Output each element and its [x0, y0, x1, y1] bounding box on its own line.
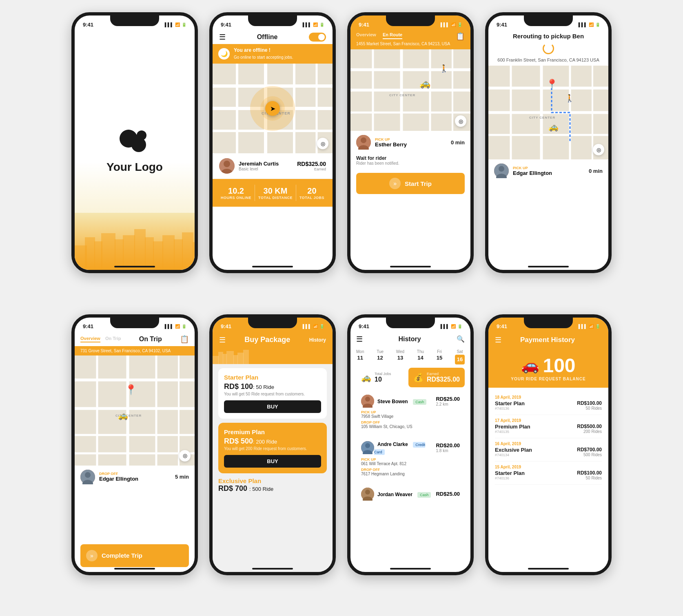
locate-btn[interactable]: ◎	[317, 138, 328, 149]
offline-map: CITY CENTER ➤ ◎	[213, 64, 333, 153]
home-indicator-8	[528, 568, 569, 570]
cal-wed[interactable]: Wed 13	[396, 349, 404, 364]
svg-rect-16	[193, 242, 195, 270]
avatar-0	[361, 395, 374, 408]
premium-buy-btn[interactable]: BUY	[224, 455, 321, 468]
chevron-icon: »	[389, 178, 401, 189]
tab-overview[interactable]: Overview	[356, 32, 376, 39]
city-skyline	[75, 213, 195, 270]
svg-text:CITY CENTER: CITY CENTER	[389, 93, 415, 97]
rider-name: Esther Berry	[375, 141, 407, 148]
svg-rect-5	[85, 237, 95, 270]
time-5: 9:41	[83, 323, 93, 329]
starter-buy-btn[interactable]: BUY	[224, 400, 321, 413]
phone-offline: 9:41 ▌▌▌ 📶 🔋 ☰ Offline 🌙 You are	[209, 12, 336, 273]
on-trip-header: Overview On Trip On Trip 📋	[75, 332, 195, 346]
cal-mon[interactable]: Mon 11	[356, 349, 364, 364]
stats-bar: 10.2 HOURS ONLINE 30 KM TOTAL DISTANCE 2…	[213, 179, 333, 207]
on-trip-map: CITY CENTER 📍 🚕 ◎	[75, 355, 195, 466]
en-route-tabs: Overview En Route	[356, 32, 402, 39]
time-4: 9:41	[497, 22, 507, 28]
locate-btn-4[interactable]: ◎	[593, 144, 604, 155]
offline-icon: 🌙	[218, 48, 230, 60]
hamburger-7[interactable]: ☰	[356, 335, 363, 344]
notch-5	[110, 318, 159, 328]
complete-trip-button[interactable]: » Complete Trip	[80, 544, 189, 567]
rider-avatar-4	[494, 163, 509, 178]
stat-hours: 10.2	[221, 186, 251, 196]
cal-thu[interactable]: Thu 14	[417, 349, 424, 364]
svg-rect-71	[223, 354, 227, 364]
svg-point-83	[365, 490, 370, 495]
time-7: 9:41	[359, 323, 369, 329]
pickup-label: PICK UP	[375, 137, 407, 141]
logo-icon	[116, 126, 153, 155]
svg-point-77	[365, 397, 370, 402]
on-trip-title: On Trip	[139, 336, 162, 343]
time-2: 9:41	[221, 22, 231, 28]
time-3: 9:41	[359, 22, 369, 28]
payment-list: 18 April, 2019 Starter Plan #740136 RD$1…	[488, 388, 608, 572]
svg-point-66	[85, 472, 91, 478]
payment-item-3: 15 April, 2019 Starter Plan #740136 RD$1…	[495, 461, 602, 485]
driver-avatar	[219, 158, 235, 174]
driver-info-card: Jeremiah Curtis Basic level RD$325.00 Ea…	[213, 153, 333, 179]
rider-avatar	[356, 135, 371, 150]
svg-rect-7	[101, 233, 115, 270]
home-indicator-2	[252, 266, 293, 267]
stat-distance-label: TOTAL DISTANCE	[258, 196, 293, 200]
svg-point-53	[499, 166, 504, 172]
starter-plan-card: Starter Plan RD$ 100: 50 Ride You will g…	[218, 368, 327, 419]
start-trip-button[interactable]: » Start Trip	[356, 173, 465, 194]
online-toggle[interactable]	[309, 33, 326, 42]
driver-level: Basic level	[239, 167, 297, 171]
history-link[interactable]: History	[309, 337, 326, 343]
earning-label: Earned	[297, 167, 326, 171]
tab-en-route[interactable]: En Route	[383, 32, 402, 39]
svg-rect-10	[134, 229, 146, 270]
loading-spinner	[543, 43, 554, 54]
svg-point-80	[365, 443, 370, 448]
svg-text:CITY CENTER: CITY CENTER	[529, 116, 555, 119]
en-route-address: 1455 Market Street, San Francisco, CA 94…	[350, 41, 470, 49]
eta: 0 min	[451, 139, 465, 146]
premium-plan-card: Premium Plan RD$ 500: 200 Ride You will …	[218, 423, 327, 473]
offline-banner: 🌙 You are offline ! Go online to start a…	[213, 44, 333, 64]
tab-overview-5[interactable]: Overview	[80, 336, 100, 342]
logo-screen-inner: Your Logo	[75, 30, 195, 270]
svg-point-29	[224, 161, 230, 167]
rerouting-screen: Rerouting to pickup Ben 600 Franklin Str…	[488, 30, 608, 270]
hamburger-icon[interactable]: ☰	[219, 33, 226, 42]
taxi-icon: 🚕	[419, 78, 430, 89]
phone-history: 9:41 ▌▌▌ 📶 🔋 ☰ History 🔍 Mon 11	[347, 314, 474, 575]
phone-on-trip: 9:41 ▌▌▌ 📶 🔋 Overview On Trip On Trip 📋	[71, 314, 198, 575]
rider-avatar-5	[80, 470, 95, 484]
home-indicator-5	[114, 568, 155, 570]
total-jobs-stat: 🚕 Total Jobs 10	[356, 368, 405, 387]
svg-rect-73	[233, 355, 238, 364]
balance-number: 100	[543, 354, 575, 377]
cal-fri[interactable]: Fri 15	[437, 349, 442, 364]
stat-distance: 30 KM	[258, 186, 293, 196]
locate-btn-5[interactable]: ◎	[179, 450, 191, 461]
locate-btn-3[interactable]: ◎	[455, 115, 466, 127]
pickup-card: PICK UP Esther Berry 0 min	[350, 131, 470, 154]
history-item-2: Jordan Weaver Cash RD$25.00	[356, 484, 465, 507]
notch-3	[386, 15, 435, 26]
calendar-icon-5[interactable]: 📋	[180, 335, 189, 344]
svg-rect-72	[226, 351, 234, 364]
cal-tue[interactable]: Tue 12	[377, 349, 384, 364]
hamburger-6[interactable]: ☰	[219, 336, 226, 344]
search-icon-7[interactable]: 🔍	[457, 335, 465, 343]
payment-item-0: 18 April, 2019 Starter Plan #740136 RD$1…	[495, 392, 602, 415]
svg-rect-9	[123, 235, 135, 270]
history-stats: 🚕 Total Jobs 10 💰 Earned RD$325.00	[356, 368, 465, 387]
calendar-icon[interactable]: 📋	[456, 32, 465, 41]
time-1: 9:41	[83, 22, 93, 28]
hamburger-8[interactable]: ☰	[495, 336, 501, 344]
home-indicator-4	[528, 266, 569, 267]
en-route-map: CITY CENTER 🚕 🚶 ◎	[350, 49, 470, 131]
tab-on-trip[interactable]: On Trip	[105, 336, 121, 342]
earned-stat: 💰 Earned RD$325.00	[408, 368, 465, 387]
cal-sat[interactable]: Sat 16	[455, 349, 465, 364]
